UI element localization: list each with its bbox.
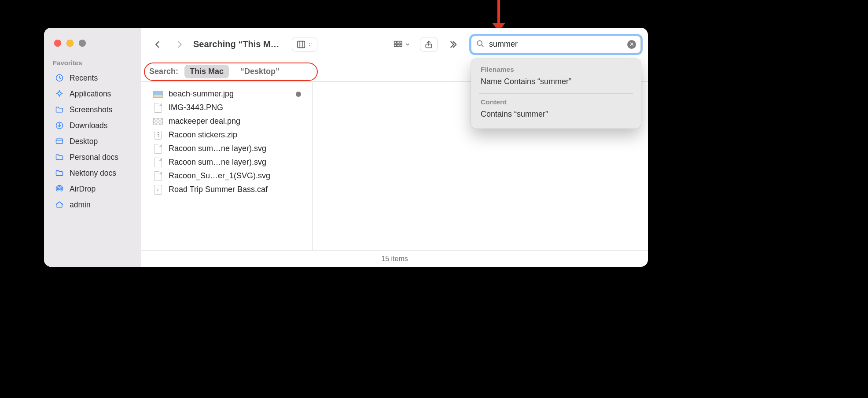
suggestion-section-header: Content — [481, 98, 631, 106]
view-mode-button[interactable] — [292, 37, 317, 52]
svg-rect-9 — [394, 41, 397, 43]
folder-icon — [55, 105, 64, 114]
result-row[interactable]: mackeeper deal.png — [141, 114, 313, 128]
file-icon — [154, 144, 162, 154]
home-icon — [55, 200, 64, 210]
svg-rect-10 — [397, 41, 399, 43]
scope-this-mac[interactable]: This Mac — [184, 65, 229, 78]
image-icon — [153, 91, 163, 98]
svg-rect-12 — [394, 44, 397, 47]
sidebar-item-label: Applications — [70, 89, 111, 99]
sidebar-item-label: Desktop — [70, 137, 98, 146]
back-button[interactable] — [150, 37, 165, 52]
file-icon — [154, 158, 162, 167]
sidebar-item-airdrop[interactable]: AirDrop — [44, 181, 141, 197]
divider — [479, 93, 633, 94]
search-input[interactable] — [488, 39, 624, 49]
desktop-icon — [55, 136, 64, 146]
result-row[interactable]: Racoon sum…ne layer).svg — [141, 155, 313, 169]
window-controls — [44, 40, 141, 47]
svg-rect-14 — [400, 44, 402, 47]
result-filename: IMG-3443.PNG — [169, 103, 223, 112]
result-filename: Racoon sum…ne layer).svg — [169, 144, 266, 153]
result-filename: Road Trip Summer Bass.caf — [169, 185, 268, 194]
item-count: 15 items — [381, 255, 408, 263]
zoom-window-button[interactable] — [79, 40, 86, 47]
scope-desktop[interactable]: “Desktop” — [235, 65, 285, 78]
sidebar-item-recents[interactable]: Recents — [44, 70, 141, 86]
tag-dot-icon — [296, 92, 301, 97]
result-filename: Racoon_Su…er_1(SVG).svg — [169, 171, 270, 181]
image-icon — [153, 118, 163, 125]
file-icon — [154, 171, 162, 181]
sidebar-item-screenshots[interactable]: Screenshots — [44, 102, 141, 118]
sidebar-item-desktop[interactable]: Desktop — [44, 133, 141, 149]
sidebar-item-applications[interactable]: Applications — [44, 86, 141, 102]
sidebar-item-personal[interactable]: Personal docs — [44, 149, 141, 165]
sidebar-section-header: Favorites — [44, 59, 141, 70]
airdrop-icon — [55, 184, 64, 194]
result-filename: mackeeper deal.png — [169, 117, 240, 126]
toolbar-overflow-button[interactable] — [444, 37, 461, 52]
result-row[interactable]: Racoon sum…ne layer).svg — [141, 142, 313, 155]
sidebar-item-downloads[interactable]: Downloads — [44, 118, 141, 133]
main-content: Searching “This M… — [141, 28, 648, 267]
sidebar: Favorites RecentsApplicationsScreenshots… — [44, 28, 141, 267]
clock-icon — [55, 73, 64, 83]
group-by-button[interactable] — [389, 37, 414, 52]
archive-icon — [154, 131, 162, 140]
suggestion-item[interactable]: Contains “summer” — [481, 108, 631, 123]
result-filename: beach-summer.jpg — [169, 89, 234, 99]
results-column: beach-summer.jpgIMG-3443.PNGmackeeper de… — [141, 82, 313, 250]
result-row[interactable]: beach-summer.jpg — [141, 87, 313, 101]
apps-icon — [55, 89, 64, 99]
suggestion-section-header: Filenames — [481, 66, 631, 74]
result-filename: Racoon sum…ne layer).svg — [169, 158, 266, 167]
audio-icon — [154, 185, 162, 195]
sidebar-item-label: Recents — [70, 74, 98, 83]
svg-point-5 — [59, 188, 60, 190]
svg-line-17 — [482, 44, 483, 46]
search-field[interactable]: ✕ — [471, 36, 641, 53]
svg-rect-3 — [56, 139, 63, 144]
status-bar: 15 items — [141, 250, 648, 267]
svg-rect-6 — [297, 41, 305, 48]
folder-icon — [55, 152, 64, 162]
sidebar-item-nektony[interactable]: Nektony docs — [44, 165, 141, 181]
sidebar-item-label: Screenshots — [70, 105, 112, 114]
finder-window: Favorites RecentsApplicationsScreenshots… — [44, 28, 648, 267]
share-button[interactable] — [420, 37, 438, 52]
clear-search-button[interactable]: ✕ — [627, 40, 636, 49]
window-title: Searching “This M… — [193, 39, 280, 49]
sidebar-item-label: Personal docs — [70, 153, 118, 162]
result-row[interactable]: Road Trip Summer Bass.caf — [141, 183, 313, 196]
minimize-window-button[interactable] — [66, 40, 74, 47]
sidebar-item-label: Nektony docs — [70, 169, 116, 178]
toolbar: Searching “This M… — [141, 28, 648, 61]
folder-icon — [55, 168, 64, 178]
result-filename: Racoon stickers.zip — [169, 130, 237, 140]
forward-button[interactable] — [172, 37, 187, 52]
svg-rect-13 — [397, 44, 399, 47]
close-window-button[interactable] — [54, 40, 61, 47]
sidebar-item-label: AirDrop — [70, 184, 96, 194]
sidebar-item-label: Downloads — [70, 121, 108, 130]
sidebar-item-admin[interactable]: admin — [44, 197, 141, 213]
file-icon — [154, 103, 162, 113]
download-icon — [55, 121, 64, 130]
result-row[interactable]: Racoon_Su…er_1(SVG).svg — [141, 169, 313, 183]
search-suggestions: Filenames Name Contains “summer” Content… — [471, 59, 641, 129]
result-row[interactable]: Racoon stickers.zip — [141, 128, 313, 142]
svg-rect-11 — [400, 41, 402, 43]
suggestion-item[interactable]: Name Contains “summer” — [481, 75, 631, 91]
scope-label: Search: — [149, 67, 178, 76]
result-row[interactable]: IMG-3443.PNG — [141, 101, 313, 114]
search-container: ✕ Filenames Name Contains “summer” Conte… — [471, 36, 641, 53]
search-icon — [476, 39, 485, 50]
annotation-arrow — [496, 0, 501, 31]
sidebar-item-label: admin — [70, 200, 91, 210]
